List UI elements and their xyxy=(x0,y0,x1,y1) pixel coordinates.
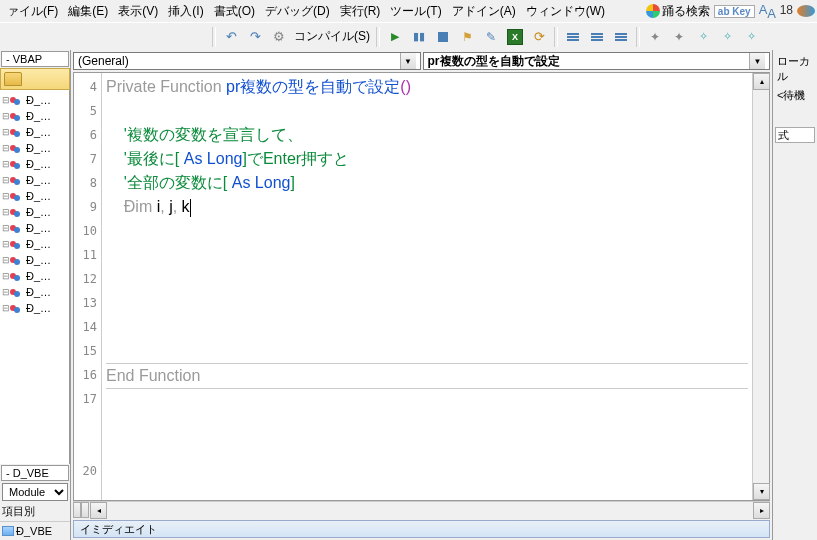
line-number: 8 xyxy=(74,171,101,195)
module-icon xyxy=(2,526,14,536)
tree-item[interactable]: ⊟Đ_… xyxy=(0,156,69,172)
locals-panel: ローカル <待機 式 xyxy=(772,50,817,540)
chevron-down-icon: ▼ xyxy=(400,53,416,69)
pause-button[interactable]: ▮▮ xyxy=(408,26,430,48)
indent-button[interactable] xyxy=(562,26,584,48)
pause-icon: ▮▮ xyxy=(413,30,425,43)
compile-button[interactable]: ⚙ xyxy=(268,26,290,48)
menu-tools[interactable]: ツール(T) xyxy=(385,1,446,22)
line-number: 20 xyxy=(74,459,101,483)
tree-item[interactable]: ⊟Đ_… xyxy=(0,140,69,156)
menu-run[interactable]: 実行(R) xyxy=(335,1,386,22)
tree-item[interactable]: ⊟Đ_… xyxy=(0,108,69,124)
expression-header[interactable]: 式 xyxy=(775,127,815,143)
menu-window[interactable]: ウィンドウ(W) xyxy=(521,1,610,22)
redo-icon: ↷ xyxy=(250,29,261,44)
tree-item[interactable]: ⊟Đ_… xyxy=(0,252,69,268)
line-number: 13 xyxy=(74,291,101,315)
module-icon xyxy=(10,94,24,106)
wand3-button[interactable]: ✧ xyxy=(692,26,714,48)
refresh-button[interactable]: ⟳ xyxy=(528,26,550,48)
wand2-button[interactable]: ✦ xyxy=(668,26,690,48)
tree-item[interactable]: ⊟Đ_… xyxy=(0,204,69,220)
spark-icon: ✧ xyxy=(747,30,756,43)
toolbar: ↶ ↷ ⚙ コンパイル(S) ▶ ▮▮ ⚑ ✎ X ⟳ ✦ ✦ ✧ ✧ ✧ xyxy=(0,22,817,50)
wand5-button[interactable]: ✧ xyxy=(740,26,762,48)
tree-item[interactable]: ⊟Đ_… xyxy=(0,92,69,108)
compile-label[interactable]: コンパイル(S) xyxy=(292,28,372,45)
excel-button[interactable]: X xyxy=(504,26,526,48)
breakpoint-button[interactable]: ⚑ xyxy=(456,26,478,48)
menu-format[interactable]: 書式(O) xyxy=(209,1,260,22)
tree-item[interactable]: ⊟Đ_… xyxy=(0,300,69,316)
gear-icon: ⚙ xyxy=(273,29,285,44)
line-gutter: 456789101112131415161720 xyxy=(74,73,102,500)
menu-addin[interactable]: アドイン(A) xyxy=(447,1,521,22)
project-item[interactable]: Đ_VBE xyxy=(0,522,70,540)
menu-insert[interactable]: 挿入(I) xyxy=(163,1,208,22)
stop-icon xyxy=(438,32,448,42)
wait-label: <待機 xyxy=(775,86,815,105)
module-icon xyxy=(10,286,24,298)
list-button[interactable] xyxy=(610,26,632,48)
horizontal-scrollbar[interactable]: ◂ ▸ xyxy=(73,501,770,518)
object-dropdown[interactable]: (General) ▼ xyxy=(73,52,421,70)
wand4-button[interactable]: ✧ xyxy=(716,26,738,48)
folder-toolbar[interactable] xyxy=(0,68,70,90)
infinity-icon[interactable] xyxy=(797,5,815,17)
spark-icon: ✧ xyxy=(699,30,708,43)
line-number: 12 xyxy=(74,267,101,291)
folder-icon xyxy=(4,72,22,86)
tree-item[interactable]: ⊟Đ_… xyxy=(0,220,69,236)
tree-item[interactable]: ⊟Đ_… xyxy=(0,124,69,140)
procedure-dropdown[interactable]: pr複数の型を自動で設定 ▼ xyxy=(423,52,771,70)
wand1-button[interactable]: ✦ xyxy=(644,26,666,48)
tree-item[interactable]: ⊟Đ_… xyxy=(0,268,69,284)
run-button[interactable]: ▶ xyxy=(384,26,406,48)
menu-view[interactable]: 表示(V) xyxy=(113,1,163,22)
tree-item[interactable]: ⊟Đ_… xyxy=(0,188,69,204)
scroll-up-button[interactable]: ▴ xyxy=(753,73,770,90)
wand-icon: ✦ xyxy=(650,30,660,44)
tab-vbap[interactable]: - VBAP xyxy=(1,51,69,67)
outdent-icon xyxy=(591,33,603,41)
immediate-window-header[interactable]: イミディエイト xyxy=(73,520,770,538)
undo-icon: ↶ xyxy=(226,29,237,44)
stop-button[interactable] xyxy=(432,26,454,48)
section-header[interactable]: 項目別 xyxy=(0,502,70,522)
odoru-search[interactable]: 踊る検索 xyxy=(646,3,710,20)
tree-item[interactable]: ⊟Đ_… xyxy=(0,172,69,188)
undo-button[interactable]: ↶ xyxy=(220,26,242,48)
object-type-combo[interactable]: Module xyxy=(2,483,68,501)
tab-dvbe[interactable]: - D_VBE xyxy=(1,465,69,481)
locals-label: ローカル xyxy=(775,52,815,86)
spark-icon: ✧ xyxy=(723,30,732,43)
view-split-buttons[interactable] xyxy=(73,502,90,518)
vertical-scrollbar[interactable]: ▴ ▾ xyxy=(752,73,769,500)
scroll-right-button[interactable]: ▸ xyxy=(753,502,770,519)
module-icon xyxy=(10,270,24,282)
menu-file[interactable]: ァイル(F) xyxy=(2,1,63,22)
scroll-left-button[interactable]: ◂ xyxy=(90,502,107,519)
play-icon: ▶ xyxy=(391,30,399,43)
line-number: 9 xyxy=(74,195,101,219)
module-icon xyxy=(10,126,24,138)
tree-item[interactable]: ⊟Đ_… xyxy=(0,284,69,300)
code-editor[interactable]: 456789101112131415161720 Private Functio… xyxy=(73,72,770,501)
module-icon xyxy=(10,222,24,234)
menubar: ァイル(F) 編集(E) 表示(V) 挿入(I) 書式(O) デバッグ(D) 実… xyxy=(0,0,817,22)
line-number: 14 xyxy=(74,315,101,339)
line-number: 10 xyxy=(74,219,101,243)
menu-debug[interactable]: デバッグ(D) xyxy=(260,1,335,22)
outdent-button[interactable] xyxy=(586,26,608,48)
tree-item[interactable]: ⊟Đ_… xyxy=(0,236,69,252)
code-area[interactable]: Private Function pr複数の型を自動で設定() '複数の変数を宣… xyxy=(102,73,752,500)
module-icon xyxy=(10,206,24,218)
redo-button[interactable]: ↷ xyxy=(244,26,266,48)
key-indicator[interactable]: ab Key xyxy=(714,5,755,18)
project-tree[interactable]: ⊟Đ_…⊟Đ_…⊟Đ_…⊟Đ_…⊟Đ_…⊟Đ_…⊟Đ_…⊟Đ_…⊟Đ_…⊟Đ_…… xyxy=(0,90,70,464)
scroll-down-button[interactable]: ▾ xyxy=(753,483,770,500)
menu-edit[interactable]: 編集(E) xyxy=(63,1,113,22)
edit-button[interactable]: ✎ xyxy=(480,26,502,48)
font-size-indicator[interactable]: AA 18 xyxy=(759,2,793,21)
